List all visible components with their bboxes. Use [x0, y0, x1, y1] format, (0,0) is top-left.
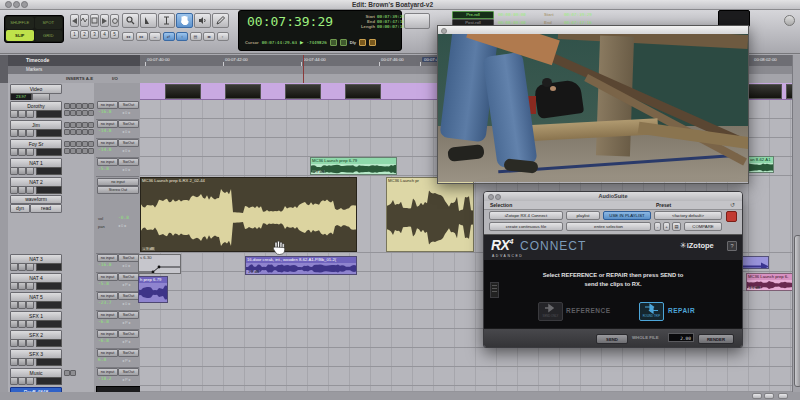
render-button[interactable]: RENDER: [698, 334, 734, 344]
io-output-button[interactable]: SwOut: [118, 158, 139, 166]
mute-button[interactable]: [26, 358, 34, 366]
mode-slip-button[interactable]: SLIP: [6, 30, 34, 42]
mute-button[interactable]: [26, 263, 34, 271]
track-dyn-selector[interactable]: dyn: [10, 204, 30, 213]
io-vol-value[interactable]: -14.8: [98, 128, 112, 133]
pencil-tool-button[interactable]: [212, 13, 229, 28]
compare-button[interactable]: COMPARE: [684, 222, 722, 231]
main-counter-value[interactable]: 00:07:39:29: [247, 14, 333, 29]
io-output-button[interactable]: SwOut: [118, 330, 139, 338]
preset-selector-button[interactable]: <factory default>: [654, 211, 722, 220]
io-input-button[interactable]: no input: [97, 292, 118, 300]
track-automation-selector[interactable]: read: [30, 204, 62, 213]
zoom-toggle-button[interactable]: [90, 14, 99, 27]
zoom-preset-4[interactable]: 4: [100, 30, 109, 39]
zoom-preset-2[interactable]: 2: [80, 30, 89, 39]
counter-chip-1[interactable]: [330, 39, 337, 46]
counter-chip-3[interactable]: [359, 39, 366, 46]
counter-length-value[interactable]: 00:00:07:19: [377, 24, 405, 29]
io-pan-value[interactable]: ◂ 0 ▸: [122, 110, 130, 115]
clip-yellow-nat2[interactable]: MC36 Launch pr: [386, 177, 474, 252]
record-button[interactable]: [10, 377, 18, 385]
solo-button[interactable]: [18, 377, 26, 385]
io-pan-value[interactable]: ◂ P ▸: [122, 358, 131, 363]
io-pan-value[interactable]: ◂ 0 ▸: [122, 129, 130, 134]
io-pan-value[interactable]: ◂ 0 ▸: [122, 167, 130, 172]
io-pan-value[interactable]: ◂ 0 ▸: [122, 263, 130, 268]
io-input-button[interactable]: no input: [97, 120, 118, 128]
record-button[interactable]: [10, 167, 18, 175]
clip-auto-nat3[interactable]: s 6-30: [138, 254, 181, 274]
io-vol-value[interactable]: -5.8: [98, 281, 109, 286]
repair-label[interactable]: REPAIR: [668, 307, 695, 314]
grabber-tool-button[interactable]: [176, 13, 193, 28]
mute-button[interactable]: [26, 377, 34, 385]
insert-slot[interactable]: [88, 129, 94, 135]
io-pan-value[interactable]: ◂ P ▸: [122, 339, 131, 344]
solo-button[interactable]: [18, 301, 26, 309]
playlist-button[interactable]: playlist: [566, 211, 600, 220]
track-view-selector[interactable]: waveform: [10, 195, 62, 204]
zoom-toggle-2[interactable]: ▤: [190, 32, 202, 41]
io-vol-value[interactable]: -0.8: [118, 215, 129, 220]
audiosuite-window[interactable]: AudioSuite Selection Preset ↺ iZotope RX…: [483, 191, 743, 348]
counter-chip-2[interactable]: [340, 39, 347, 46]
selector-tool-button[interactable]: [158, 13, 175, 28]
io-input-button[interactable]: no input: [97, 178, 139, 186]
mode-grid-button[interactable]: GRID: [35, 30, 63, 42]
tab-transient-button[interactable]: ▫: [217, 32, 229, 41]
io-input-button[interactable]: no input: [97, 101, 118, 109]
mute-button[interactable]: [26, 186, 34, 194]
video-window[interactable]: [437, 25, 749, 184]
track-tile-nat-3[interactable]: NAT 3: [8, 253, 94, 273]
insert-slot[interactable]: [88, 103, 94, 109]
solo-button[interactable]: [18, 186, 26, 194]
preset-save-icon[interactable]: ▤: [672, 222, 681, 231]
io-vol-value[interactable]: -16.8: [98, 262, 112, 267]
record-button[interactable]: [10, 110, 18, 118]
io-pan-value[interactable]: ◂ 0 ▸: [122, 148, 130, 153]
help-button[interactable]: ?: [727, 241, 737, 251]
io-pan-value[interactable]: ◂ P ▸: [122, 377, 131, 382]
solo-button[interactable]: [18, 148, 26, 156]
insert-slot[interactable]: [88, 110, 94, 116]
horizontal-scrollbar[interactable]: [0, 392, 800, 400]
io-output-button[interactable]: SwOut: [118, 349, 139, 357]
mute-button[interactable]: [26, 339, 34, 347]
insert-slot[interactable]: [88, 148, 94, 154]
insert-slot[interactable]: [70, 370, 76, 376]
create-continuous-file-button[interactable]: create continuous file: [489, 222, 563, 231]
vertical-scrollbar-thumb[interactable]: [794, 235, 800, 387]
preset-reset-icon[interactable]: ↺: [730, 201, 735, 208]
zoom-preset-1[interactable]: 1: [70, 30, 79, 39]
io-vol-value[interactable]: -6.8: [98, 319, 109, 324]
io-pan-value[interactable]: ◂ 0 ▸: [122, 301, 130, 306]
zoom-tool-button[interactable]: [122, 13, 139, 28]
mirror-button[interactable]: ◂▸: [203, 32, 215, 41]
mute-button[interactable]: [26, 320, 34, 328]
solo-button[interactable]: [18, 129, 26, 137]
window-zoom-button[interactable]: [21, 1, 28, 8]
io-input-button[interactable]: no input: [97, 273, 118, 281]
solo-button[interactable]: [18, 358, 26, 366]
solo-button[interactable]: [18, 167, 26, 175]
entire-selection-button[interactable]: entire selection: [566, 222, 651, 231]
hscroll-left-button[interactable]: [752, 393, 762, 399]
record-button[interactable]: [10, 358, 18, 366]
zoom-extra-button[interactable]: [110, 14, 119, 27]
io-input-button[interactable]: no input: [97, 139, 118, 147]
clip-green-nat1[interactable]: MC36 Launch prep 6-79+ 9 dB: [310, 157, 397, 175]
io-output-button[interactable]: SwOut: [118, 311, 139, 319]
record-button[interactable]: [10, 320, 18, 328]
hscroll-zoom-button[interactable]: [778, 393, 788, 399]
handle-length-field[interactable]: 2.00: [668, 333, 694, 342]
io-input-button[interactable]: no input: [97, 368, 118, 376]
track-tile-nat-5[interactable]: NAT 5: [8, 291, 94, 311]
roll-start-value[interactable]: 00:07:39:29: [564, 12, 592, 17]
repair-button[interactable]: ROUND TRIP: [639, 302, 664, 321]
reference-button[interactable]: SEND ONLY: [538, 302, 563, 321]
clip-purple-nat4[interactable]: h prep 6-79: [138, 276, 168, 303]
clip-big-nat2[interactable]: MC36 Launch prep 6-RX 2_02-44+ 9 dB: [140, 177, 357, 252]
plugin-red-button[interactable]: [726, 211, 737, 222]
io-input-button[interactable]: no input: [97, 330, 118, 338]
